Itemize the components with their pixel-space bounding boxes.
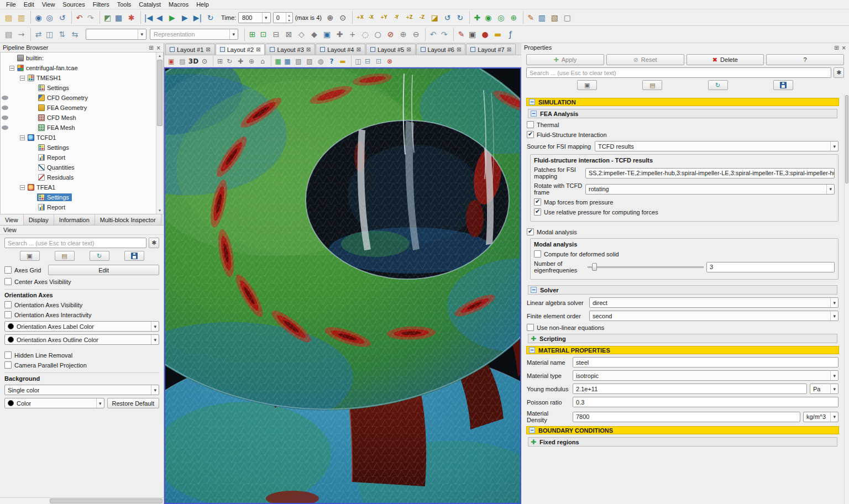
close-tab-icon[interactable]: ⊠ bbox=[306, 46, 311, 53]
pipeline-tree-row[interactable]: FEA Geometry bbox=[1, 103, 163, 113]
thermal-checkbox[interactable]: ✔ Thermal bbox=[527, 121, 838, 128]
close-tab-icon[interactable]: ⊠ bbox=[507, 46, 511, 53]
selection-link-icon[interactable]: ⇆ bbox=[69, 28, 81, 41]
show-orientation-axes-icon[interactable]: ✚ bbox=[469, 11, 482, 24]
undo-icon[interactable]: ↶ bbox=[71, 11, 84, 24]
find-data-icon[interactable]: ▦ bbox=[112, 11, 125, 24]
pipeline-tree-row[interactable]: − TMESH1 bbox=[1, 73, 163, 83]
capture-screenshot-icon[interactable]: ▣ bbox=[466, 28, 479, 41]
zoom-to-box-icon[interactable]: ⊕ bbox=[324, 11, 337, 24]
pipeline-tree-row[interactable]: − TFEA1 bbox=[1, 182, 163, 192]
menu-item[interactable]: Catalyst bbox=[135, 1, 165, 8]
save-data-icon[interactable]: ▤ bbox=[2, 28, 15, 41]
properties-scrollbar[interactable] bbox=[844, 94, 849, 504]
nonlinear-checkbox[interactable]: ✔ Use non-linear equations bbox=[527, 324, 838, 331]
material-name-input[interactable]: steel bbox=[573, 357, 838, 368]
view-link-icon[interactable]: ◫ bbox=[43, 28, 56, 41]
pan-mode-icon[interactable]: ✚ bbox=[235, 56, 246, 66]
record-animation-icon[interactable]: ● bbox=[479, 28, 491, 41]
set-view-minus-x-icon[interactable]: -X bbox=[365, 11, 378, 24]
edit-view-options-icon[interactable]: ✎ bbox=[453, 28, 466, 41]
close-panel-icon[interactable]: × bbox=[842, 45, 846, 51]
gear-icon[interactable]: ✱ bbox=[834, 67, 844, 78]
layout-tab[interactable]: Layout #5 ⊠ bbox=[366, 44, 416, 55]
linear-solver-dropdown[interactable]: direct ▾ bbox=[589, 297, 838, 308]
background-mode-dropdown[interactable]: Single color ▾ bbox=[4, 385, 159, 395]
pipeline-tree-row[interactable]: Settings bbox=[1, 192, 163, 202]
open-file-icon[interactable]: ▤ bbox=[2, 11, 15, 24]
tree-item[interactable]: Settings bbox=[37, 144, 72, 151]
first-frame-icon[interactable]: |◀ bbox=[140, 11, 153, 24]
tree-expander-icon[interactable]: − bbox=[9, 66, 14, 71]
tree-expander-icon[interactable]: − bbox=[20, 135, 25, 140]
expand-icon[interactable]: ✚ bbox=[531, 439, 536, 445]
close-tab-icon[interactable]: ⊠ bbox=[256, 46, 260, 53]
visibility-eye-icon[interactable] bbox=[2, 125, 8, 130]
tree-item[interactable]: CFD Mesh bbox=[37, 114, 79, 122]
rotate-mode-icon[interactable]: ↻ bbox=[224, 56, 235, 66]
frame-spinbox[interactable]: 0 ▴▾ bbox=[273, 12, 293, 23]
tree-item[interactable]: TFEA1 bbox=[27, 183, 58, 191]
float-panel-icon[interactable]: ⊞ bbox=[149, 45, 153, 51]
representation-dropdown[interactable]: Representation ▾ bbox=[150, 29, 238, 40]
visibility-eye-icon[interactable] bbox=[2, 106, 8, 110]
scripting-section-header[interactable]: ✚ Scripting bbox=[528, 334, 837, 343]
tree-item[interactable]: CFD Geometry bbox=[37, 94, 91, 102]
toggle-ruler-icon[interactable]: ▬ bbox=[337, 56, 348, 66]
interactive-select-cells-icon[interactable]: ✚ bbox=[333, 28, 346, 41]
memory-inspector-icon[interactable]: ▢ bbox=[561, 11, 574, 24]
select-points-on-icon[interactable]: ⊡ bbox=[257, 28, 270, 41]
tree-item[interactable]: FEA Mesh bbox=[37, 124, 78, 132]
expand-icon[interactable]: ✚ bbox=[531, 336, 536, 342]
layout-tab[interactable]: Layout #4 ⊠ bbox=[316, 44, 365, 55]
left-panel-horizontal-scrollbar[interactable] bbox=[0, 497, 164, 504]
render-view-3d[interactable] bbox=[164, 67, 521, 504]
auto-apply-icon[interactable]: ◩ bbox=[99, 11, 112, 24]
reset-session-icon[interactable]: ↺ bbox=[56, 11, 69, 24]
close-tab-icon[interactable]: ⊠ bbox=[457, 46, 461, 53]
close-view-icon[interactable]: ⊗ bbox=[384, 56, 395, 66]
pipeline-tree-row[interactable]: CFD Mesh bbox=[1, 113, 163, 123]
boundary-conditions-section-header[interactable]: − BOUNDARY CONDITIONS bbox=[526, 426, 839, 434]
hover-points-icon[interactable]: ○ bbox=[371, 28, 384, 41]
inspector-tab[interactable]: View bbox=[0, 214, 24, 225]
menu-item[interactable]: Filters bbox=[89, 1, 113, 8]
copy-settings-button[interactable]: ▣ bbox=[20, 251, 40, 261]
pipeline-tree-row[interactable]: FEA Mesh bbox=[1, 123, 163, 133]
previous-frame-icon[interactable]: ◀ bbox=[153, 11, 166, 24]
redo-icon[interactable]: ↷ bbox=[84, 11, 97, 24]
paste-properties-button[interactable]: ▤ bbox=[642, 80, 662, 90]
hover-query-icon[interactable]: ? bbox=[326, 56, 337, 66]
restore-default-button[interactable]: Restore Default bbox=[107, 398, 159, 408]
reset-button[interactable]: ⊘ Reset bbox=[606, 54, 684, 65]
scroll-down-icon[interactable]: ▾ bbox=[156, 207, 163, 214]
close-tab-icon[interactable]: ⊠ bbox=[206, 46, 210, 53]
fixed-regions-section-header[interactable]: ✚ Fixed regions bbox=[528, 437, 837, 447]
rotate-90-ccw-icon[interactable]: ↺ bbox=[441, 11, 454, 24]
orientation-axes-label-color-dropdown[interactable]: Orientation Axes Label Color ▾ bbox=[4, 321, 159, 332]
toggle-interaction-2d3d-icon[interactable]: 3D bbox=[188, 56, 199, 66]
fea-analysis-section-header[interactable]: − FEA Analysis bbox=[528, 109, 837, 118]
select-surface-points-icon[interactable]: ▦ bbox=[282, 56, 293, 66]
tree-expander-icon[interactable]: − bbox=[20, 76, 25, 81]
copy-screenshot-icon[interactable]: ▤ bbox=[177, 56, 188, 66]
adjust-camera-icon[interactable]: ⊞ bbox=[213, 56, 224, 66]
delete-button[interactable]: ✖ Delete bbox=[686, 54, 764, 65]
poisson-ratio-input[interactable]: 0.3 bbox=[573, 397, 838, 407]
favorites-icon[interactable]: ✱ bbox=[125, 11, 138, 24]
layout-tab[interactable]: Layout #7 ⊠ bbox=[466, 44, 516, 55]
tree-item[interactable]: builtin: bbox=[16, 54, 46, 62]
material-density-input[interactable]: 7800 bbox=[573, 412, 800, 422]
tree-item[interactable]: TCFD1 bbox=[27, 134, 59, 141]
collapse-icon[interactable]: − bbox=[529, 427, 535, 433]
set-view-plus-y-icon[interactable]: +Y bbox=[378, 11, 390, 24]
tree-item[interactable]: Quantities bbox=[37, 164, 77, 171]
camera-redo-icon[interactable]: ↷ bbox=[438, 28, 450, 41]
relative-pressure-checkbox[interactable]: ✔ Use relative pressure for computing fo… bbox=[534, 208, 835, 216]
reset-camera-icon[interactable]: ⌂ bbox=[257, 56, 268, 66]
eigenfrequencies-input[interactable]: 3 bbox=[706, 262, 835, 272]
select-points-polygon-icon[interactable]: ◆ bbox=[308, 28, 321, 41]
copy-properties-button[interactable]: ▣ bbox=[577, 80, 597, 90]
map-forces-checkbox[interactable]: ✔ Map forces from pressure bbox=[534, 198, 835, 206]
layout-tab[interactable]: Layout #1 ⊠ bbox=[165, 44, 215, 55]
